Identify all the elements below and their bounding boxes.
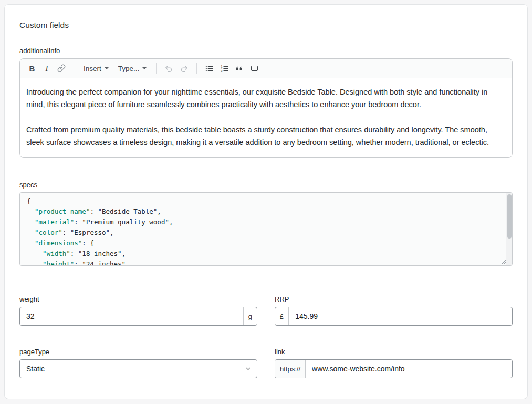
undo-icon <box>164 64 173 73</box>
link-button[interactable] <box>55 61 68 76</box>
bullet-list-button[interactable] <box>202 61 216 76</box>
code-text: : "24 inches", <box>74 260 129 266</box>
redo-button[interactable] <box>177 61 191 76</box>
code-line: "color": "Espresso", <box>27 227 500 238</box>
numbered-list-button[interactable]: 1 2 3 <box>217 61 232 76</box>
bullet-list-icon <box>205 64 214 73</box>
page-type-select[interactable]: Static <box>19 359 257 378</box>
weight-unit-suffix: g <box>243 307 257 325</box>
page-type-select-wrap: Static <box>19 359 257 378</box>
numbered-list-icon: 1 2 3 <box>220 64 229 73</box>
protocol-prefix: https:// <box>275 360 306 378</box>
field-additional-info: additionalInfo B I Insert <box>19 47 513 158</box>
code-key: "dimensions" <box>27 239 82 247</box>
chevron-down-icon <box>142 67 147 69</box>
row-pagetype-link: pageType Static link https:// <box>19 348 513 378</box>
field-link: link https:// <box>275 348 513 378</box>
field-page-type: pageType Static <box>19 348 257 378</box>
code-key: "product_name" <box>27 208 90 215</box>
code-text: : "Premium quality wood", <box>74 218 173 226</box>
blockquote-icon <box>235 64 244 72</box>
code-line: { <box>27 196 500 206</box>
code-line: "material": "Premium quality wood", <box>27 217 500 227</box>
weight-input[interactable] <box>20 307 243 325</box>
code-text: : "Espresso", <box>62 229 114 236</box>
code-text: : "Bedside Table", <box>90 208 161 215</box>
rrp-label: RRP <box>275 295 513 303</box>
rich-text-editor: B I Insert Type... <box>19 58 513 158</box>
undo-button[interactable] <box>162 61 176 76</box>
field-weight: weight g <box>19 295 257 326</box>
code-line: "product_name": "Bedside Table", <box>27 206 500 217</box>
code-text: { <box>27 197 31 205</box>
panel-title: Custom fields <box>19 20 513 30</box>
additional-info-label: additionalInfo <box>19 47 513 55</box>
editor-paragraph: Crafted from premium quality materials, … <box>26 123 506 149</box>
field-specs: specs { "product_name": "Bedside Table",… <box>19 181 513 266</box>
insert-dropdown-label: Insert <box>84 65 101 72</box>
code-key: "width" <box>27 250 70 257</box>
scrollbar-thumb[interactable] <box>507 194 512 239</box>
toolbar-divider <box>74 63 74 74</box>
link-input-group: https:// <box>275 359 513 378</box>
bold-button[interactable]: B <box>25 61 39 76</box>
rrp-input-group: £ <box>275 307 513 326</box>
specs-label: specs <box>19 181 513 189</box>
row-weight-rrp: weight g RRP £ <box>19 295 513 326</box>
scrollbar-track[interactable] <box>506 193 512 265</box>
italic-button[interactable]: I <box>40 61 54 76</box>
code-text: : { <box>82 239 94 247</box>
currency-prefix: £ <box>275 307 289 325</box>
svg-text:3: 3 <box>221 69 223 72</box>
weight-input-group: g <box>19 307 257 326</box>
toolbar-divider <box>196 63 197 74</box>
frame-icon <box>251 66 258 71</box>
toolbar-divider <box>156 63 157 74</box>
type-dropdown[interactable]: Type... <box>114 61 151 76</box>
frame-button[interactable] <box>247 61 261 76</box>
blockquote-button[interactable] <box>233 61 246 76</box>
code-key: "material" <box>27 218 74 226</box>
code-text: : "18 inches", <box>70 250 126 257</box>
custom-fields-panel: Custom fields additionalInfo B I Inse <box>4 4 528 399</box>
code-key: "height" <box>27 260 74 266</box>
code-line: "width": "18 inches", <box>27 248 500 259</box>
field-rrp: RRP £ <box>275 295 513 326</box>
editor-toolbar: B I Insert Type... <box>20 59 512 78</box>
link-label: link <box>275 348 513 356</box>
editor-content[interactable]: Introducing the perfect companion for yo… <box>20 78 512 157</box>
page-type-label: pageType <box>19 348 257 356</box>
link-icon <box>57 64 66 72</box>
code-key: "color" <box>27 229 62 236</box>
code-line: "height": "24 inches", <box>27 259 500 266</box>
insert-dropdown[interactable]: Insert <box>79 61 113 76</box>
code-line: "dimensions": { <box>27 238 500 248</box>
type-dropdown-label: Type... <box>118 65 140 72</box>
chevron-down-icon <box>105 67 109 69</box>
specs-textarea[interactable]: { "product_name": "Bedside Table", "mate… <box>19 192 513 266</box>
editor-paragraph: Introducing the perfect companion for yo… <box>26 86 506 111</box>
resize-handle[interactable] <box>500 259 506 264</box>
link-input[interactable] <box>306 360 512 378</box>
rrp-input[interactable] <box>289 307 512 325</box>
redo-icon <box>180 64 189 73</box>
weight-label: weight <box>19 295 257 303</box>
